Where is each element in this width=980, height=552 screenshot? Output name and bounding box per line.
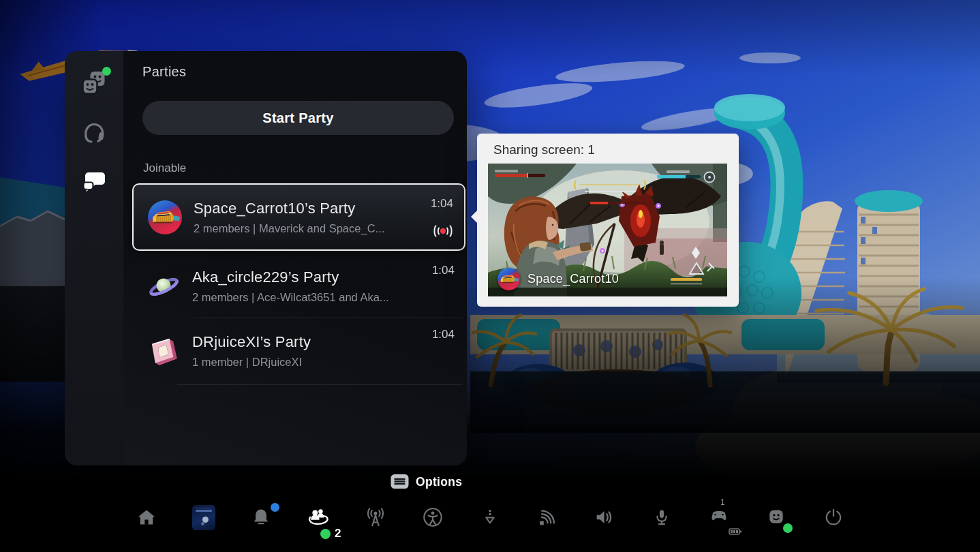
options-hint[interactable]: Options [390, 473, 462, 491]
game-base-count: 2 [335, 527, 341, 540]
controlbar-home[interactable] [135, 497, 158, 537]
game-base-online-dot [320, 529, 331, 539]
list-divider [177, 384, 463, 385]
controlbar-network[interactable] [536, 497, 559, 537]
game-card-thumbnail [192, 505, 215, 530]
friends-online-badge [102, 67, 111, 76]
sharing-screen-tooltip: Sharing screen: 1 [477, 134, 739, 307]
options-button-icon [390, 474, 410, 490]
start-party-button[interactable]: Start Party [142, 101, 454, 135]
party-list-item-selected[interactable]: Space_Carrot10’s Party 2 members | Maver… [132, 183, 465, 251]
party-name: Aka_circle229’s Party [192, 269, 389, 286]
tooltip-arrow [471, 210, 478, 224]
party-duration: 1:04 [431, 197, 453, 211]
battery-icon [729, 527, 742, 536]
options-label: Options [416, 475, 462, 489]
page-title: Parties [142, 64, 186, 80]
party-list-item[interactable]: DRjuiceXI’s Party 1 member | DRjuiceXI 1… [132, 318, 465, 384]
controlbar-broadcast[interactable] [364, 497, 387, 537]
profile-online-dot [783, 523, 793, 533]
home-icon [136, 507, 157, 527]
profile-avatar-icon [766, 507, 786, 527]
controller-icon [707, 508, 731, 526]
accessibility-icon [422, 506, 444, 528]
downloads-icon [480, 506, 500, 528]
controlbar-power[interactable] [822, 497, 845, 537]
sharer-avatar-car [497, 268, 520, 290]
parties-view: Parties Start Party Joinable Space_Carro… [123, 51, 467, 465]
mic-icon [652, 506, 672, 528]
control-center-bar: 2 [0, 496, 980, 538]
shared-screen-preview: Space_Carrot10 [488, 164, 727, 296]
joinable-section-header: Joinable [143, 162, 186, 175]
bell-icon [251, 506, 271, 528]
party-avatar-car [148, 200, 182, 234]
gamebase-sidebar [65, 51, 123, 465]
controlbar-game-base[interactable]: 2 [307, 497, 330, 537]
sidebar-tab-voice-chat[interactable] [78, 117, 110, 149]
sidebar-tab-messages[interactable] [78, 167, 110, 198]
sharer-identity: Space_Carrot10 [497, 268, 619, 290]
party-name: DRjuiceXI’s Party [192, 333, 311, 351]
party-list: Space_Carrot10’s Party 2 members | Maver… [132, 182, 465, 441]
party-members: 2 members | Ace-Wilcat3651 and Aka... [192, 291, 389, 304]
party-avatar-planet [147, 269, 181, 303]
party-members: 1 member | DRjuiceXI [192, 356, 311, 369]
notification-badge [271, 503, 279, 512]
party-duration: 1:04 [432, 264, 455, 277]
power-icon [823, 507, 844, 527]
party-name: Space_Carrot10’s Party [194, 200, 384, 217]
live-broadcast-icon [433, 224, 453, 239]
gamebase-panel: Parties Start Party Joinable Space_Carro… [65, 51, 467, 465]
controlbar-profile[interactable] [765, 497, 788, 537]
speaker-icon [594, 506, 615, 528]
controller-number: 1 [720, 497, 725, 507]
party-members: 2 members | Maverick and Space_C... [194, 222, 384, 235]
game-base-status: 2 [320, 527, 341, 540]
controlbar-downloads[interactable] [478, 497, 502, 537]
party-list-item[interactable]: Aka_circle229’s Party 2 members | Ace-Wi… [132, 254, 465, 318]
controlbar-accessories[interactable]: 1 [707, 497, 731, 537]
sharer-name: Space_Carrot10 [527, 272, 619, 286]
network-icon [536, 506, 558, 528]
headset-icon [79, 118, 109, 148]
chat-bubbles-icon [79, 168, 109, 198]
broadcast-icon [365, 506, 386, 528]
controlbar-sound[interactable] [593, 497, 616, 537]
controlbar-accessibility[interactable] [421, 497, 444, 537]
party-duration: 1:04 [432, 328, 455, 341]
sidebar-tab-friends[interactable] [78, 67, 110, 99]
sharing-screen-title: Sharing screen: 1 [493, 142, 595, 157]
party-avatar-frame [147, 334, 181, 368]
controlbar-notifications[interactable] [249, 497, 273, 537]
controlbar-current-game[interactable] [192, 497, 215, 537]
controlbar-microphone[interactable] [650, 497, 673, 537]
